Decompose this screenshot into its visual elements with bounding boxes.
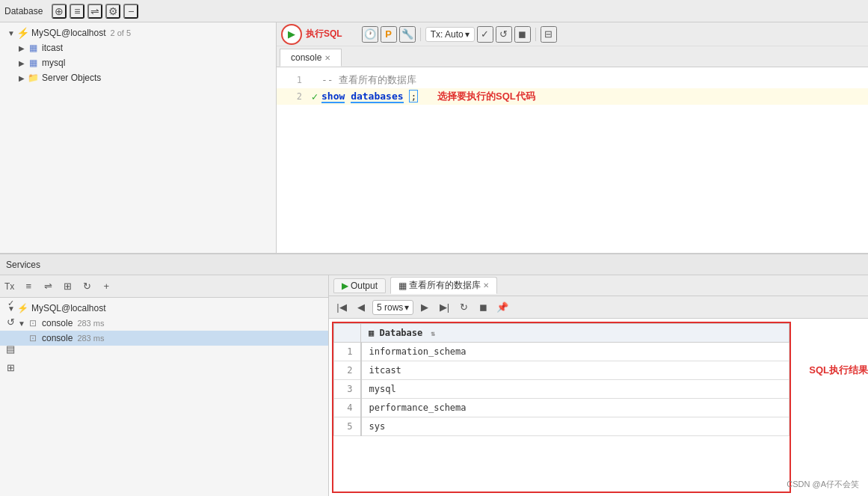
p-icon[interactable]: P — [381, 26, 397, 43]
split-icon-svc[interactable]: ⇌ — [40, 278, 56, 295]
history-icon[interactable]: 🕐 — [362, 26, 378, 43]
folder-icon: 📁 — [27, 72, 39, 84]
services-header: Services — [0, 254, 868, 275]
split-icon[interactable]: ⇌ — [87, 4, 102, 19]
chevron-down-icon: ▼ — [6, 28, 16, 38]
bottom-panel: Services Tx ≡ ⇌ ⊞ ↻ + ▼ ⚡ MySQL@localhos… — [0, 254, 868, 496]
chevron-down-icon: ▾ — [404, 302, 409, 313]
output-tab-label: Output — [351, 281, 378, 291]
line-indicator-2: ✓ — [308, 91, 321, 102]
run-annotation: 执行SQL — [306, 28, 342, 40]
check-icon[interactable]: ✓ — [477, 26, 493, 43]
console-child-time: 283 ms — [77, 334, 104, 343]
run-button[interactable]: ▶ — [281, 24, 302, 45]
tab-close-icon[interactable]: ✕ — [324, 54, 330, 62]
col-label: Database — [379, 328, 422, 338]
group-icon-svc[interactable]: ⊞ — [59, 278, 76, 295]
minus-icon[interactable]: − — [123, 4, 138, 19]
chevron-right-icon: ▶ — [16, 43, 27, 53]
cell-db-2: itcast — [361, 361, 789, 380]
chevron-right-icon: ▶ — [16, 58, 27, 68]
format-icon[interactable]: ⊟ — [541, 26, 557, 43]
align-icon[interactable]: ≡ — [70, 4, 84, 19]
output-play-icon: ▶ — [342, 281, 348, 291]
editor-panel: ▶ 执行SQL 🕐 P 🔧 Tx: Auto ▾ ✓ ↺ ◼ ⊟ — [277, 22, 868, 253]
rows-label: 5 rows — [377, 302, 403, 313]
last-page-icon[interactable]: ▶| — [436, 299, 452, 316]
chevron-down-icon: ▾ — [465, 29, 470, 40]
sidebar-item-server-objects[interactable]: ▶ 📁 Server Objects — [0, 70, 276, 85]
result-container[interactable]: ▦ Database ⇅ 1 information_schema — [332, 322, 791, 493]
db-label-mysql: mysql — [42, 58, 65, 68]
tab-output[interactable]: ▶ Output — [333, 278, 386, 293]
console-child-icon: ⊡ — [27, 332, 39, 344]
gear-icon[interactable]: ⚙ — [105, 4, 120, 19]
row-num-1: 1 — [334, 343, 361, 361]
pin-icon[interactable]: 📌 — [494, 299, 511, 316]
refresh-icon[interactable]: ↻ — [455, 299, 472, 316]
check-green-icon: ✓ — [312, 91, 318, 102]
stop-icon[interactable]: ◼ — [514, 26, 531, 43]
services-title: Services — [6, 260, 40, 270]
console-tab[interactable]: console ✕ — [280, 49, 342, 67]
console-child-label: console — [42, 333, 73, 343]
list-icon[interactable]: ▤ — [2, 340, 19, 357]
database-icon: ▦ — [27, 42, 39, 54]
table-row: 4 performance_schema — [334, 399, 789, 417]
align-icon-svc[interactable]: ≡ — [20, 278, 37, 295]
wrench-icon[interactable]: 🔧 — [399, 26, 416, 43]
result-area: ▦ Database ⇅ 1 information_schema — [329, 319, 868, 496]
connection-icon: ⚡ — [16, 27, 28, 39]
svc-item-console-parent[interactable]: ▼ ⊡ console 283 ms — [0, 316, 328, 331]
undo-side-icon[interactable]: ↺ — [2, 313, 19, 330]
col-icon: ▦ — [369, 328, 374, 338]
database-icon: ▦ — [27, 57, 39, 69]
services-right: ▶ Output ▦ 查看所有的数据库 ✕ |◀ ◀ 5 rows ▾ ▶ ▶| — [329, 275, 868, 496]
sidebar-item-itcast[interactable]: ▶ ▦ itcast — [0, 40, 276, 55]
line-number-2: 2 — [281, 91, 302, 102]
connection-badge: 2 of 5 — [111, 28, 132, 37]
sidebar-tree: ▼ ⚡ MySQL@localhost 2 of 5 ▶ ▦ itcast ▶ … — [0, 22, 276, 253]
prev-page-icon[interactable]: ◀ — [353, 299, 369, 316]
tab-query-result[interactable]: ▦ 查看所有的数据库 ✕ — [390, 277, 497, 294]
undo-icon[interactable]: ↺ — [496, 26, 512, 43]
first-page-icon[interactable]: |◀ — [333, 299, 350, 316]
keyword-databases: databases — [351, 91, 403, 103]
server-objects-label: Server Objects — [42, 73, 101, 83]
stop-results-icon[interactable]: ◼ — [475, 299, 491, 316]
rows-dropdown[interactable]: 5 rows ▾ — [372, 300, 413, 315]
grid-icon[interactable]: ⊞ — [2, 359, 19, 376]
services-content: Tx ≡ ⇌ ⊞ ↻ + ▼ ⚡ MySQL@localhost ▼ ⊡ — [0, 275, 868, 496]
code-content-2: show databases ; 选择要执行的SQL代码 — [321, 90, 864, 103]
next-page-icon[interactable]: ▶ — [416, 299, 433, 316]
code-comment-1: -- 查看所有的数据库 — [321, 73, 864, 87]
code-line-1: 1 -- 查看所有的数据库 — [277, 72, 868, 88]
editor-toolbar: ▶ 执行SQL 🕐 P 🔧 Tx: Auto ▾ ✓ ↺ ◼ ⊟ — [277, 22, 868, 46]
cell-db-4: performance_schema — [361, 399, 789, 417]
console-parent-label: console — [42, 318, 73, 328]
sidebar-item-mysql[interactable]: ▶ ▦ mysql — [0, 55, 276, 70]
sql-result-annotation: SQL执行结果 — [809, 364, 868, 377]
add-icon-svc[interactable]: + — [98, 278, 114, 295]
table-row: 2 itcast — [334, 361, 789, 380]
svc-item-console-child[interactable]: ⊡ console 283 ms — [0, 331, 328, 346]
svc-connection-label: MySQL@localhost — [31, 303, 106, 313]
sidebar-item-connection[interactable]: ▼ ⚡ MySQL@localhost 2 of 5 — [0, 25, 276, 40]
table-row: 5 sys — [334, 417, 789, 436]
tx-dropdown[interactable]: Tx: Auto ▾ — [425, 27, 475, 42]
db-label-itcast: itcast — [42, 43, 63, 53]
table-row: 1 information_schema — [334, 343, 789, 361]
check-side-icon[interactable]: ✓ — [2, 298, 19, 311]
run-icon-svc[interactable]: ↻ — [79, 278, 95, 295]
chevron-right-icon: ▶ — [16, 73, 27, 83]
main-area: ▼ ⚡ MySQL@localhost 2 of 5 ▶ ▦ itcast ▶ … — [0, 22, 868, 253]
svc-item-connection[interactable]: ▼ ⚡ MySQL@localhost — [0, 301, 328, 316]
output-tabs: ▶ Output ▦ 查看所有的数据库 ✕ — [329, 275, 868, 296]
globe-add-icon[interactable]: ⊕ — [52, 4, 67, 19]
code-editor[interactable]: 1 -- 查看所有的数据库 2 ✓ show databases ; — [277, 67, 868, 253]
editor-tabs: console ✕ — [277, 46, 868, 67]
query-tab-label: 查看所有的数据库 — [409, 279, 481, 292]
result-table: ▦ Database ⇅ 1 information_schema — [333, 323, 789, 436]
query-tab-close-icon[interactable]: ✕ — [483, 281, 489, 290]
database-panel-title: Database — [4, 6, 43, 16]
